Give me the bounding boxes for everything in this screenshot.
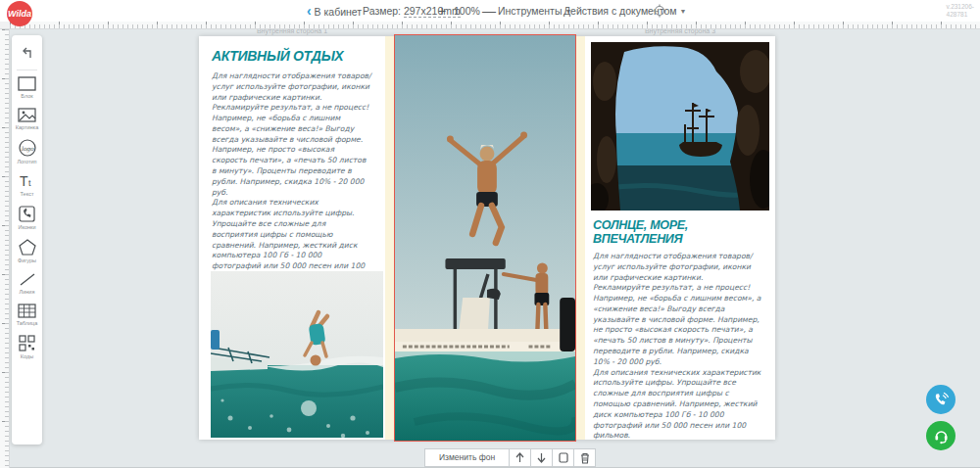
pan-move-icon[interactable] — [653, 4, 666, 22]
svg-text:logo: logo — [21, 145, 33, 153]
wilda-logo[interactable]: Wilda — [7, 1, 32, 26]
cave-ship-photo[interactable] — [591, 42, 769, 211]
tool-label: Иконки — [19, 224, 36, 230]
text-icon: T t — [19, 173, 36, 189]
duplicate-button[interactable] — [552, 449, 573, 466]
sidebar-item-line[interactable]: Линия — [19, 272, 36, 295]
diver-photo[interactable] — [211, 271, 383, 438]
table-icon — [18, 304, 36, 318]
tools-menu-label: Инструменты — [498, 5, 562, 17]
sidebar-item-text[interactable]: T t Текст — [19, 173, 36, 197]
horizontal-ruler — [10, 22, 980, 29]
tools-menu[interactable]: Инструменты ▼ — [498, 0, 571, 22]
top-toolbar: Wilda ‹ В кабинет Размер: 297x210mm + 10… — [0, 0, 980, 22]
divider — [17, 70, 37, 70]
page3-heading[interactable]: СОЛНЦЕ, МОРЕ, ВПЕЧАТЛЕНИЯ — [593, 218, 767, 246]
svg-text:T: T — [20, 173, 28, 189]
sidebar-item-logo[interactable]: logo Логотип — [17, 139, 36, 164]
change-background-button[interactable]: Изменить фон — [425, 449, 509, 466]
page1-paragraph[interactable]: Для описания технических характеристик и… — [212, 198, 371, 282]
tools-panel: Блок Картинка logo Логотип T t Текст Ико… — [12, 35, 42, 445]
move-up-button[interactable] — [509, 449, 530, 466]
codes-icon — [19, 335, 35, 351]
page-column-1[interactable]: АКТИВНЫЙ ОТДЫХ Для наглядности отображен… — [199, 36, 385, 440]
tool-label: Таблица — [17, 320, 38, 326]
delete-button[interactable] — [573, 449, 595, 466]
page3-paragraph[interactable]: Рекламируйте результат, а не процесс! На… — [593, 283, 767, 367]
tool-label: Логотип — [17, 159, 36, 164]
move-down-button[interactable] — [530, 449, 552, 466]
undo-button[interactable] — [18, 43, 37, 63]
page-column-3[interactable]: СОЛНЦЕ, МОРЕ, ВПЕЧАТЛЕНИЯ Для наглядност… — [585, 36, 775, 440]
sidebar-item-block[interactable]: Блок — [18, 76, 36, 99]
page3-paragraph[interactable]: Для описания технических характеристик и… — [593, 368, 767, 442]
tool-label: Картинка — [16, 124, 38, 130]
app-version: v.231206- 428781 — [947, 3, 974, 19]
tool-label: Линия — [20, 289, 35, 295]
line-icon — [19, 272, 36, 287]
arrow-down-icon — [537, 452, 546, 463]
callback-button[interactable] — [926, 385, 956, 414]
logo-icon: logo — [19, 139, 36, 157]
page3-paragraph[interactable]: Для наглядности отображения товаров/услу… — [593, 252, 767, 283]
back-to-cabinet-link[interactable]: ‹ В кабинет — [307, 0, 362, 22]
page-gutter — [385, 36, 394, 440]
page1-paragraph[interactable]: Рекламируйте результат, а не процесс! На… — [212, 103, 371, 198]
icons-icon — [19, 206, 35, 222]
headset-icon — [933, 428, 950, 445]
sidebar-item-icons[interactable]: Иконки — [19, 206, 36, 230]
vertical-ruler — [0, 29, 10, 468]
page1-heading[interactable]: АКТИВНЫЙ ОТДЫХ — [212, 48, 371, 64]
tool-label: Блок — [21, 93, 32, 99]
caret-down-icon: ▼ — [679, 8, 686, 15]
support-chat-button[interactable] — [926, 421, 956, 450]
block-icon — [18, 76, 36, 91]
chevron-left-icon: ‹ — [307, 3, 312, 19]
tool-label: Текст — [21, 191, 34, 197]
page-column-2[interactable] — [394, 36, 576, 440]
page1-paragraph[interactable]: Для наглядности отображения товаров/услу… — [212, 71, 371, 103]
page-gutter — [576, 36, 585, 440]
size-value[interactable]: 297x210mm — [404, 5, 461, 18]
zoom-level: 100% — [454, 0, 480, 22]
trash-icon — [580, 452, 590, 464]
sidebar-item-shapes[interactable]: Фигуры — [18, 239, 36, 263]
shapes-icon — [19, 239, 36, 256]
sidebar-item-table[interactable]: Таблица — [17, 304, 38, 326]
arrow-up-icon — [515, 452, 524, 463]
zoom-out-button[interactable]: — — [482, 0, 496, 22]
document-actions-menu[interactable]: Действия с документом ▼ — [564, 0, 686, 22]
tool-label: Коды — [21, 353, 33, 359]
size-label: Размер: — [363, 5, 401, 17]
element-toolbar: Изменить фон — [424, 448, 596, 467]
document-canvas[interactable]: Внутренняя сторона 1 Внутренняя сторона … — [199, 36, 775, 440]
ruler-corner — [0, 22, 10, 29]
tool-label: Фигуры — [18, 257, 36, 263]
svg-text:t: t — [28, 178, 31, 188]
sidebar-item-codes[interactable]: Коды — [19, 335, 35, 359]
back-to-cabinet-label: В кабинет — [315, 6, 363, 18]
duplicate-icon — [559, 452, 568, 463]
jumping-photo-selected[interactable] — [394, 34, 576, 442]
sidebar-item-image[interactable]: Картинка — [16, 108, 38, 130]
phone-icon — [933, 392, 950, 408]
zoom-in-button[interactable]: + — [438, 0, 446, 22]
image-icon — [18, 108, 36, 122]
